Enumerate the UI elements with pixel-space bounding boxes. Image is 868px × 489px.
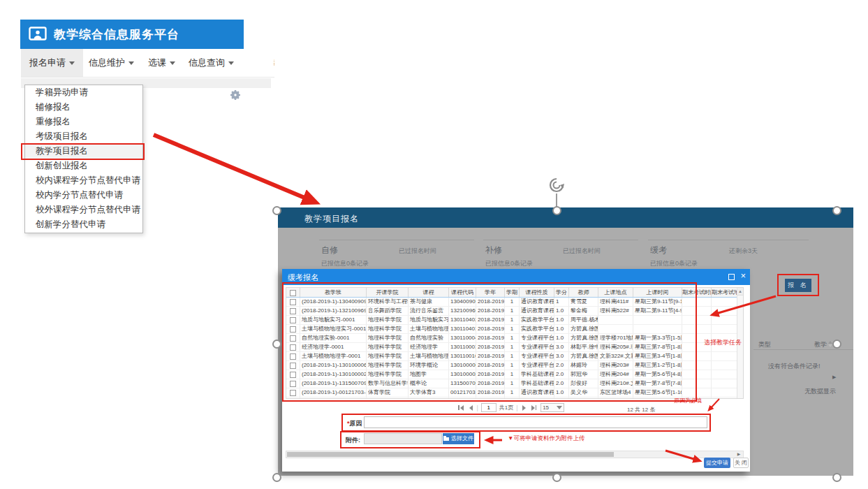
menu-item-info-query[interactable]: 信息查询 [180,49,242,77]
table-row[interactable]: (2018-2019-1)-130100002- 地理科学学院 地图学 1301… [286,370,743,379]
cell-year: 2018-2019 [476,361,505,370]
pager-page-input[interactable] [481,403,496,412]
table-row[interactable]: 地质与地貌实习-0001 地理科学学院 地质与地貌实习 130110402 20… [286,316,743,325]
col-header[interactable]: 学年 [476,288,505,297]
col-header[interactable]: 课程 [409,288,449,297]
dropdown-item-grade-exam[interactable]: 考级项目报名 [25,129,142,144]
close-icon[interactable]: × [740,271,746,280]
selection-handle-bottom-left[interactable] [272,473,281,482]
selection-handle-bottom-right[interactable] [832,473,841,482]
scroll-right-icon[interactable]: ▶ [735,452,742,457]
pager-first-button[interactable] [457,404,465,411]
col-header[interactable]: 上课时间 [633,288,682,297]
menu-item-course-select[interactable]: 选课 [140,49,184,77]
apply-button[interactable]: 报 名 [785,279,811,292]
row-checkbox[interactable] [290,344,296,351]
table-row[interactable]: 自然地理实验-0001 地理科学学院 自然地理实验 130110004 2018… [286,334,743,343]
gear-icon[interactable] [230,89,241,103]
cell-nature: 专业课程平台 [520,352,554,360]
cell-exam-place [712,397,738,399]
col-header[interactable]: 上课地点 [598,288,633,297]
col-header[interactable]: 课程性质 [520,288,554,297]
table-row[interactable]: (2018-2019-1)-131500709- 数学与信息科学学院 概率论 1… [286,379,743,388]
dropdown-item-innovation[interactable]: 创新创业报名 [25,159,142,173]
row-checkbox[interactable] [290,299,296,305]
row-checkbox[interactable] [290,363,296,369]
menu-item-teaching[interactable]: 教 [265,49,274,77]
divider [319,240,474,240]
row-checkbox[interactable] [290,372,296,378]
dropdown-item-oncampus-course-credit[interactable]: 校内课程学分节点替代申请 [25,173,142,188]
cell-code: 130110003 [449,343,476,351]
table-row[interactable]: 经济地理学-0001 地理科学学院 经济地理学 130110003 2018-2… [286,343,743,352]
selection-handle-mid-left[interactable] [272,340,281,349]
menu-item-apply[interactable]: 报名申请 [21,49,83,77]
dropdown-item-status-change[interactable]: 学籍异动申请 [25,85,142,100]
cell-place: 理科南203# [598,361,633,370]
col-header[interactable]: 学期 [505,288,520,297]
cell-nature: 通识教育课程平台 [520,298,554,306]
row-checkbox[interactable] [290,326,296,333]
selection-handle-bottom-center[interactable] [552,473,561,482]
table-row[interactable]: 土壤与植物地理实习-0001 地理科学学院 土壤与植物地理实习 13011040… [286,325,743,334]
pager-page-size-select[interactable]: 15 [540,403,564,412]
attachment-label: 附件: [346,436,360,445]
cell-time: 星期一第3-3节[1-5周].星 [633,334,682,342]
cell-code: 00121703 [449,388,476,397]
row-checkbox[interactable] [290,381,296,387]
col-header[interactable]: 开课学院 [367,288,409,297]
dropdown-item-oncampus-credit[interactable]: 校内学分节点替代申请 [25,188,142,203]
table-row[interactable]: (2018-2019-1)-132100969- 音乐舞蹈学院 流行音乐鉴赏 1… [286,307,743,316]
section-status: 已过报名时间 [563,247,601,256]
cell-college: 地理科学学院 [367,316,409,324]
reason-input[interactable] [364,416,707,428]
col-header[interactable]: 教师 [569,288,598,297]
col-header[interactable]: 期末考试地点 [712,288,738,297]
table-row[interactable]: 土壤与植物地理学-0001 地理科学学院 土壤与植物地理学 130110010 … [286,352,743,361]
cell-course: 环境学概论 [409,361,449,370]
pager-prev-button[interactable] [468,404,474,411]
choose-file-button[interactable]: 选择文件 [443,433,474,444]
cell-place: 理学楼701地貌.理学 [598,334,633,342]
close-button[interactable]: 关 闭 [733,458,749,468]
col-header[interactable]: 期末考试时间 [682,288,712,297]
row-checkbox[interactable] [290,353,296,360]
selection-handle-top-left[interactable] [272,206,281,215]
dropdown-item-innovation-credit[interactable]: 创新学分替代申请 [25,217,142,232]
col-header[interactable]: 教学班 [300,288,367,297]
modal-title-bar[interactable]: 缓考报名 × [282,269,750,285]
pager-range-label: 12 共 12 条 [627,406,655,414]
submit-application-button[interactable]: 提交申请 [704,458,730,468]
table-row[interactable]: (2018-2019-1)-130100006- 地理科学学院 环境学概论 13… [286,361,743,370]
menu-item-info-maintain[interactable]: 信息维护 [80,49,142,77]
row-checkbox[interactable] [290,390,296,396]
scrollbar-thumb[interactable] [287,452,614,457]
row-checkbox[interactable] [290,308,296,314]
select-all-checkbox[interactable] [290,290,296,296]
dropdown-item-retake[interactable]: 重修报名 [25,115,142,129]
pager-last-button[interactable] [530,404,538,411]
pager-next-button[interactable] [521,404,527,411]
col-header[interactable]: 课程代码 [449,288,476,297]
col-header[interactable]: 学分 [554,288,569,297]
row-checkbox[interactable] [290,335,296,342]
cell-nature: 专业课程平台 [520,361,554,370]
scroll-up-icon[interactable]: ▲ [737,288,743,295]
dropdown-item-minor[interactable]: 辅修报名 [25,100,142,115]
cell-exam-place [712,361,738,370]
row-checkbox[interactable] [290,317,296,323]
selection-handle-mid-right[interactable] [832,340,841,349]
rotate-handle-icon[interactable] [547,175,566,198]
cell-nature: 专业课程平台 [520,343,554,351]
attachment-filename-field[interactable] [364,433,442,444]
cell-exam-time [682,307,712,315]
table-row[interactable]: (2018-2019-1)-130400909- 环境科学与工程学院 茶与健康 … [286,298,743,307]
selection-handle-top-right[interactable] [832,206,841,215]
restore-icon[interactable] [728,274,735,280]
dropdown-item-offcampus-course-credit[interactable]: 校外课程学分节点替代申请 [25,203,142,217]
cell-exam-place [712,325,738,333]
cell-place: 理科南204# [598,370,633,379]
selection-handle-top-center[interactable] [552,206,561,215]
dropdown-item-teaching-project[interactable]: 教学项目报名 [25,144,142,159]
modal-horizontal-scrollbar[interactable]: ▶ [286,451,744,458]
